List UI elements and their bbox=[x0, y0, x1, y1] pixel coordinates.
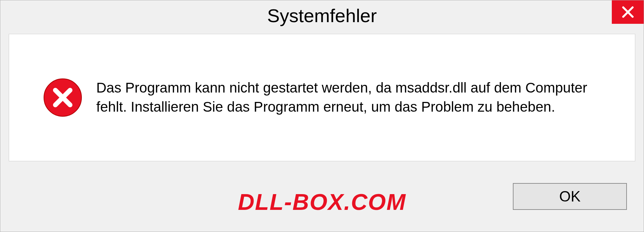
titlebar: Systemfehler bbox=[0, 0, 644, 31]
error-icon bbox=[43, 77, 83, 118]
watermark-text: DLL-BOX.COM bbox=[238, 189, 406, 215]
dialog-footer: DLL-BOX.COM OK bbox=[0, 171, 644, 232]
close-button[interactable] bbox=[612, 0, 644, 24]
ok-button[interactable]: OK bbox=[513, 183, 627, 210]
dialog-title: Systemfehler bbox=[267, 5, 377, 26]
close-icon bbox=[621, 5, 635, 19]
error-message: Das Programm kann nicht gestartet werden… bbox=[96, 78, 622, 116]
error-dialog: Systemfehler Das Programm kann nicht ges… bbox=[0, 0, 644, 232]
content-area: Das Programm kann nicht gestartet werden… bbox=[9, 34, 635, 161]
